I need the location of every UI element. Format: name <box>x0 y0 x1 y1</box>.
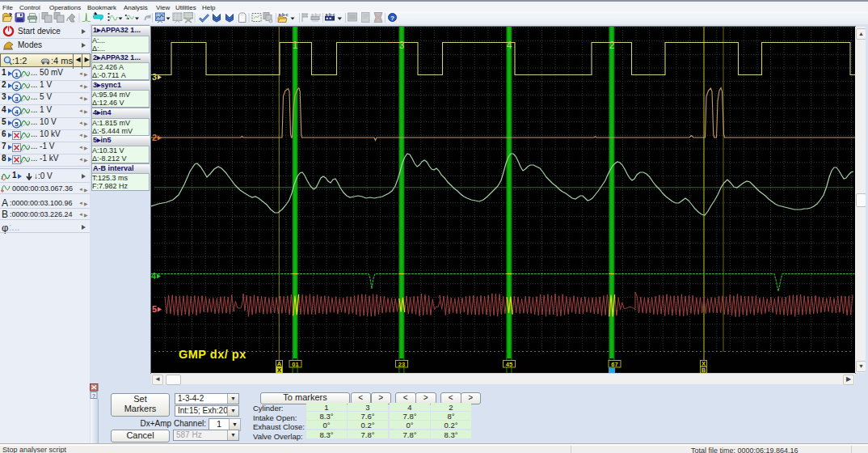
svg-text:1: 1 <box>15 71 19 78</box>
svg-text:?: ? <box>92 393 95 399</box>
svg-text:2: 2 <box>609 40 615 51</box>
svg-text:3: 3 <box>152 72 157 82</box>
svg-text:X: X <box>277 366 281 374</box>
svg-text:1: 1 <box>293 40 298 51</box>
svg-text:GMP dx/ px: GMP dx/ px <box>179 348 246 361</box>
svg-text:2: 2 <box>15 83 19 91</box>
svg-text:5: 5 <box>15 121 19 128</box>
svg-text:4: 4 <box>15 108 19 116</box>
svg-text:67: 67 <box>611 361 617 368</box>
svg-text:a-b-c: a-b-c <box>279 12 289 17</box>
svg-text:a-b-c: a-b-c <box>326 12 335 17</box>
svg-text:B: B <box>702 366 706 374</box>
svg-text:3: 3 <box>399 40 405 51</box>
svg-text:45: 45 <box>506 361 512 368</box>
svg-text:?: ? <box>390 15 394 22</box>
svg-text:4: 4 <box>151 271 157 281</box>
svg-text:5: 5 <box>152 304 157 314</box>
svg-text:a-b-c: a-b-c <box>311 12 321 17</box>
svg-text:3: 3 <box>15 95 19 103</box>
svg-text:4: 4 <box>507 40 512 51</box>
svg-text:23: 23 <box>398 361 405 368</box>
svg-text:01: 01 <box>292 361 298 368</box>
svg-text:2: 2 <box>152 133 157 142</box>
